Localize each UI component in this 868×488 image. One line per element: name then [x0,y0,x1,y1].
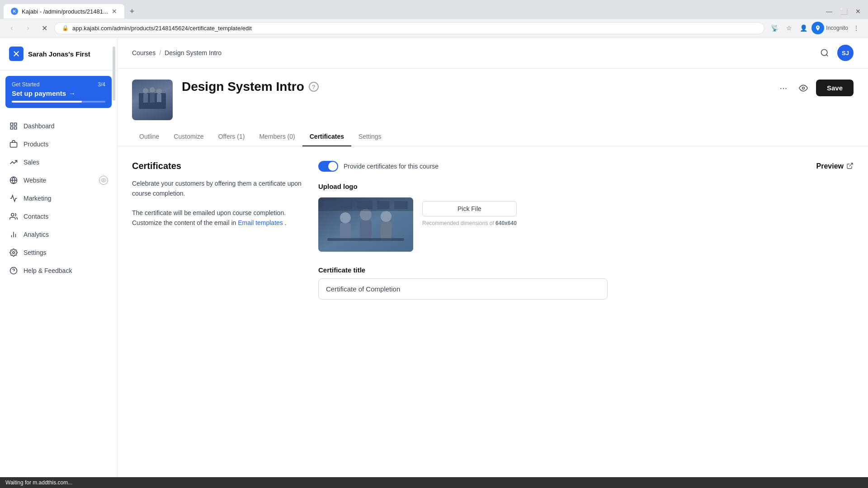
tab-settings[interactable]: Settings [351,127,389,146]
forward-button[interactable]: › [22,22,34,34]
more-button[interactable]: ⋮ [850,22,863,34]
tab-bar: K Kajabi - /admin/products/21481... ✕ + … [0,0,868,19]
svg-line-16 [826,55,828,56]
settings-icon [9,248,18,257]
contacts-label: Contacts [24,213,108,220]
eye-preview-button[interactable] [796,81,811,95]
minimize-button[interactable]: — [823,5,835,18]
tab-title: Kajabi - /admin/products/21481... [22,8,108,15]
reload-button[interactable]: ✕ [38,22,51,34]
svg-rect-33 [327,238,404,241]
tab-customize[interactable]: Customize [166,127,211,146]
certificates-desc1: Celebrate your customers by offering the… [132,178,304,199]
status-bar: Waiting for m.addthis.com... [0,477,868,486]
svg-rect-1 [14,123,17,125]
save-button[interactable]: Save [816,80,854,96]
close-button[interactable]: ✕ [852,5,864,18]
sidebar-item-help[interactable]: Help & Feedback [0,262,117,280]
new-tab-button[interactable]: + [126,4,138,19]
header-search-button[interactable] [817,46,832,60]
browser-tab-active[interactable]: K Kajabi - /admin/products/21481... ✕ [4,4,124,19]
course-title: Design System Intro [182,80,304,94]
svg-rect-19 [143,94,148,103]
sidebar-item-contacts[interactable]: Contacts [0,207,117,225]
pick-file-button[interactable]: Pick File [422,201,517,216]
maximize-button[interactable]: ⬜ [837,5,850,18]
svg-rect-2 [10,127,13,129]
course-info: Design System Intro ? [182,80,767,94]
progress-bar-fill [12,101,82,103]
sidebar-item-analytics[interactable]: Analytics [0,225,117,244]
address-bar[interactable]: 🔒 app.kajabi.com/admin/products/21481456… [54,22,764,34]
upload-controls: Pick File Recommended dimensions of 640x… [422,197,517,226]
svg-point-24 [802,87,804,89]
progress-bar-container [12,101,105,103]
products-icon [9,140,18,149]
recommended-dims: 640x640 [495,220,517,226]
bookmark-button[interactable]: ☆ [783,22,795,34]
status-text: Waiting for m.addthis.com... [5,479,72,486]
url-text: app.kajabi.com/admin/products/2148145624… [72,25,757,32]
sidebar-logo-row: Sarah Jonas's First [0,38,117,70]
get-started-banner[interactable]: Get Started 3/4 Set up payments → [5,76,112,108]
sidebar: Sarah Jonas's First Get Started 3/4 Set … [0,38,118,486]
svg-rect-23 [157,94,161,102]
svg-rect-35 [323,201,336,209]
marketing-icon [9,194,18,203]
analytics-label: Analytics [24,231,108,238]
tab-certificates[interactable]: Certificates [302,127,351,146]
more-options-button[interactable]: ··· [776,81,791,95]
sidebar-item-sales[interactable]: Sales [0,153,117,171]
sidebar-scrollbar[interactable] [113,38,115,486]
logo-preview [318,197,413,252]
sales-icon [9,158,18,167]
window-controls: — ⬜ ✕ [823,5,864,18]
incognito-profile[interactable] [811,22,824,34]
cast-button[interactable]: 📡 [768,22,781,34]
user-avatar[interactable]: SJ [837,45,854,61]
sidebar-item-website[interactable]: Website [0,171,117,189]
get-started-title: Set up payments → [12,89,105,97]
tab-outline[interactable]: Outline [132,127,166,146]
sidebar-item-dashboard[interactable]: Dashboard [0,117,117,135]
provide-certificates-toggle[interactable] [318,161,338,172]
preview-link[interactable]: Preview [816,162,854,171]
svg-rect-21 [150,93,155,103]
cert-title-input[interactable] [318,278,608,300]
email-templates-link[interactable]: Email templates [238,219,283,226]
profile-icon[interactable]: 👤 [797,22,810,34]
content-area: Certificates Celebrate your customers by… [118,146,868,314]
course-tabs: Outline Customize Offers (1) Members (0)… [118,127,868,146]
help-tooltip-icon[interactable]: ? [309,82,319,92]
toggle-label: Provide certificates for this course [344,163,439,170]
sidebar-item-settings[interactable]: Settings [0,244,117,262]
svg-point-31 [381,211,392,222]
svg-point-27 [340,212,351,223]
right-panel: Provide certificates for this course Pre… [318,161,854,300]
app-logo[interactable] [9,47,24,61]
tab-close-button[interactable]: ✕ [112,8,117,15]
svg-rect-4 [10,142,17,147]
sales-label: Sales [24,159,108,166]
website-icon [9,176,18,185]
toggle-label-row: Provide certificates for this course [318,161,439,172]
website-eye-icon [99,176,108,185]
breadcrumb-courses-link[interactable]: Courses [132,49,156,56]
cert-title-label: Certificate title [318,266,854,274]
svg-rect-0 [10,123,13,125]
org-name: Sarah Jonas's First [28,50,90,58]
svg-point-7 [103,180,104,181]
back-button[interactable]: ‹ [5,22,18,34]
tab-members[interactable]: Members (0) [252,127,302,146]
course-thumbnail [132,80,173,120]
help-label: Help & Feedback [24,267,108,274]
svg-rect-32 [381,222,392,241]
svg-point-20 [150,87,155,93]
sidebar-item-products[interactable]: Products [0,135,117,153]
sidebar-item-marketing[interactable]: Marketing [0,189,117,207]
course-title-row: Design System Intro ? [182,80,767,94]
help-icon [9,266,18,275]
upload-logo-label: Upload logo [318,183,854,190]
tab-offers[interactable]: Offers (1) [211,127,252,146]
address-bar-row: ‹ › ✕ 🔒 app.kajabi.com/admin/products/21… [0,19,868,37]
